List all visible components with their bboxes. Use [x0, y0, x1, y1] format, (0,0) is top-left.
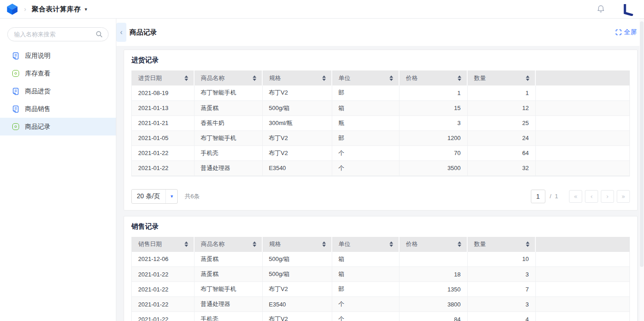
table-header-row: 进货日期商品名称规格单位价格数量: [132, 70, 629, 85]
sort-icon[interactable]: [389, 75, 393, 81]
next-page-button[interactable]: ›: [601, 190, 614, 203]
table-cell: 部: [332, 282, 399, 297]
column-header[interactable]: 数量: [467, 237, 535, 252]
sort-icon[interactable]: [185, 241, 188, 247]
table-cell: [535, 297, 629, 312]
table-row[interactable]: 2021-01-13蒸蛋糕500g/箱箱1512: [132, 100, 629, 115]
column-header-label: 规格: [269, 240, 281, 248]
sort-icon[interactable]: [526, 75, 529, 81]
sidebar-item-app-description[interactable]: 应用说明: [0, 47, 116, 65]
table-cell: 2021-01-05: [132, 130, 194, 145]
table-row[interactable]: 2021-01-22蒸蛋糕500g/箱箱183: [132, 267, 629, 282]
table-cell: 普通处理器: [194, 297, 262, 312]
table-cell: 24: [467, 130, 535, 145]
table-row[interactable]: 2021-01-22布丁智能手机布丁V2部13507: [132, 282, 629, 297]
table-cell: 蒸蛋糕: [194, 100, 262, 115]
table-row[interactable]: 2021-01-22普通处理器E3540个38003: [132, 297, 629, 312]
table-row[interactable]: 2021-01-22手机壳布丁V2个844: [132, 312, 629, 321]
table-row[interactable]: 2021-01-05布丁智能手机布丁V2部120024: [132, 130, 629, 145]
sort-icon[interactable]: [389, 241, 393, 247]
table-cell: 个: [332, 312, 399, 321]
app-title-caret-icon[interactable]: ▾: [85, 6, 87, 12]
sidebar-item-goods-records[interactable]: 商品记录: [0, 118, 116, 135]
app-logo-cube-icon[interactable]: [6, 3, 18, 15]
column-header-label: 数量: [474, 240, 486, 248]
sidebar-search: [7, 27, 109, 41]
app-title[interactable]: 聚合表计算库存: [32, 5, 81, 14]
sidebar-item-goods-purchase[interactable]: 商品进货: [0, 82, 116, 100]
table-cell: 1200: [399, 130, 467, 145]
table-cell: 2021-01-22: [132, 145, 194, 160]
table-cell: [535, 115, 629, 130]
prev-page-button[interactable]: ‹: [585, 190, 598, 203]
column-header[interactable]: 数量: [467, 70, 535, 85]
chevron-down-icon: ▼: [165, 190, 177, 203]
table-cell: 蒸蛋糕: [194, 267, 262, 282]
table-cell: 箱: [332, 267, 399, 282]
sort-icon[interactable]: [185, 75, 188, 81]
table-row[interactable]: 2021-12-06蒸蛋糕500g/箱箱10: [132, 252, 629, 267]
notification-bell-icon[interactable]: [596, 5, 605, 14]
sort-icon[interactable]: [253, 241, 256, 247]
first-page-button[interactable]: «: [569, 190, 582, 203]
column-header[interactable]: 单位: [332, 237, 399, 252]
table-cell: 部: [332, 85, 399, 100]
column-header[interactable]: 规格: [262, 70, 332, 85]
page-number-input[interactable]: 1: [531, 190, 545, 203]
table-cell: E3540: [262, 297, 332, 312]
sort-icon[interactable]: [253, 75, 256, 81]
card-title: 销售记录: [131, 222, 630, 231]
sort-icon[interactable]: [458, 75, 461, 81]
table-row[interactable]: 2021-01-21香蕉牛奶300ml/瓶瓶325: [132, 115, 629, 130]
table-cell: 普通处理器: [194, 160, 262, 176]
column-header[interactable]: 规格: [262, 237, 332, 252]
table-cell: [535, 130, 629, 145]
last-page-button[interactable]: »: [617, 190, 630, 203]
sort-icon[interactable]: [322, 75, 326, 81]
search-input[interactable]: [7, 27, 109, 41]
search-icon[interactable]: [95, 30, 103, 40]
scrollbar-thumb[interactable]: [640, 21, 644, 267]
table-cell: [535, 267, 629, 282]
column-header[interactable]: 进货日期: [132, 70, 194, 85]
column-header[interactable]: 销售日期: [132, 237, 194, 252]
column-header-label: 规格: [269, 74, 281, 82]
sales-records-table: 销售日期商品名称规格单位价格数量2021-12-06蒸蛋糕500g/箱箱1020…: [131, 237, 630, 321]
sort-icon[interactable]: [526, 241, 529, 247]
sort-icon[interactable]: [458, 241, 461, 247]
sidebar: 应用说明 库存查看 商品进货: [0, 19, 116, 321]
table-cell: 2021-01-22: [132, 282, 194, 297]
table-cell: 个: [332, 160, 399, 176]
table-cell: 12: [467, 100, 535, 115]
table-cell: 18: [399, 267, 467, 282]
table-cell: 7: [467, 282, 535, 297]
table-cell: 3: [467, 297, 535, 312]
column-header[interactable]: 价格: [399, 237, 467, 252]
brand-l-logo[interactable]: [622, 3, 634, 16]
table-cell: 2021-01-22: [132, 267, 194, 282]
table-cell: 瓶: [332, 115, 399, 130]
table-row[interactable]: 2021-01-22普通处理器E3540个350032: [132, 160, 629, 176]
sort-icon[interactable]: [322, 241, 326, 247]
table-cell: 4: [467, 312, 535, 321]
fullscreen-button[interactable]: 全屏: [615, 28, 637, 36]
sidebar-item-goods-sales[interactable]: 商品销售: [0, 100, 116, 118]
back-button[interactable]: ‹: [116, 23, 126, 42]
column-header[interactable]: 单位: [332, 70, 399, 85]
table-cell: 布丁V2: [262, 145, 332, 160]
table-cell: [535, 145, 629, 160]
table-row[interactable]: 2021-01-22手机壳布丁V2个7064: [132, 145, 629, 160]
column-header-label: 价格: [406, 74, 418, 82]
sidebar-item-inventory-view[interactable]: 库存查看: [0, 65, 116, 82]
table-cell: 2021-01-22: [132, 312, 194, 321]
table-row[interactable]: 2021-08-19布丁智能手机布丁V2部11: [132, 85, 629, 100]
column-header[interactable]: 价格: [399, 70, 467, 85]
topbar: › 聚合表计算库存 ▾: [0, 0, 644, 19]
page-size-select[interactable]: 20 条/页 ▼: [131, 189, 178, 204]
column-header[interactable]: 商品名称: [194, 237, 262, 252]
table-cell: 香蕉牛奶: [194, 115, 262, 130]
table-cell: 布丁V2: [262, 130, 332, 145]
column-header[interactable]: 商品名称: [194, 70, 262, 85]
table-cell: 70: [399, 145, 467, 160]
column-header-label: 单位: [339, 74, 350, 82]
